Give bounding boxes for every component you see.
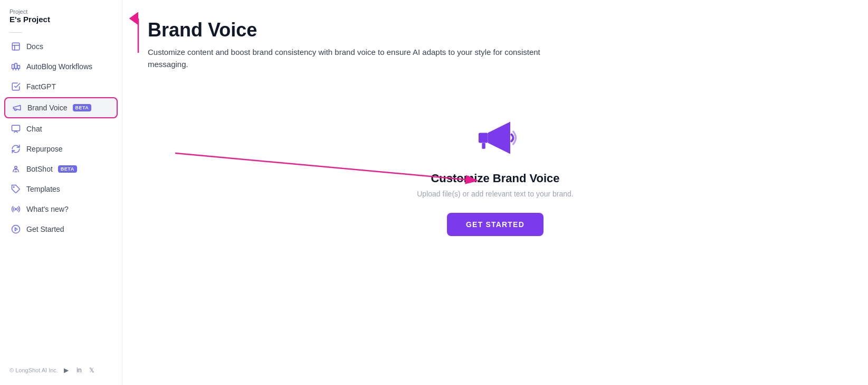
- botshot-icon: [11, 164, 21, 174]
- svg-rect-4: [15, 63, 17, 69]
- sidebar-item-templates-label: Templates: [26, 185, 60, 193]
- svg-rect-3: [12, 64, 15, 69]
- sidebar-item-chat[interactable]: Chat: [4, 119, 118, 138]
- sidebar-item-factgpt-label: FactGPT: [26, 82, 56, 91]
- sidebar-item-get-started-label: Get Started: [26, 225, 64, 233]
- sidebar-item-get-started[interactable]: Get Started: [4, 220, 118, 239]
- linkedin-icon[interactable]: in: [75, 366, 83, 374]
- sidebar-item-whats-new[interactable]: What's new?: [4, 200, 118, 219]
- brand-voice-megaphone-icon: [474, 117, 517, 159]
- sidebar-item-autoblog-label: AutoBlog Workflows: [26, 62, 92, 71]
- svg-marker-20: [488, 122, 510, 154]
- svg-rect-19: [479, 133, 488, 143]
- puzzle-icon: [11, 184, 21, 194]
- sidebar-item-chat-label: Chat: [26, 125, 42, 133]
- sidebar-item-brand-voice[interactable]: Brand Voice BETA: [4, 97, 118, 118]
- sidebar-item-docs-label: Docs: [26, 42, 43, 51]
- svg-point-11: [14, 187, 15, 188]
- svg-marker-14: [15, 228, 18, 231]
- sidebar-item-botshot[interactable]: BotShot BETA: [4, 159, 118, 179]
- sidebar-item-autoblog[interactable]: AutoBlog Workflows: [4, 57, 118, 76]
- sidebar-item-templates[interactable]: Templates: [4, 180, 118, 199]
- brand-voice-icon-wrapper: [474, 117, 517, 161]
- autoblog-icon: [11, 62, 21, 71]
- chat-icon: [11, 124, 21, 134]
- svg-rect-21: [482, 143, 485, 149]
- sidebar-item-botshot-label: BotShot: [26, 165, 53, 173]
- customize-brand-voice-subtitle: Upload file(s) or add relevant text to y…: [417, 190, 574, 198]
- center-content: Customize Brand Voice Upload file(s) or …: [148, 96, 843, 236]
- customize-brand-voice-title: Customize Brand Voice: [431, 172, 559, 185]
- megaphone-icon: [12, 103, 22, 112]
- sidebar-item-repurpose-label: Repurpose: [26, 145, 63, 153]
- project-name: E's Project: [9, 15, 112, 24]
- sidebar-item-brand-voice-label: Brand Voice: [27, 104, 68, 112]
- play-circle-icon: [11, 224, 21, 234]
- botshot-beta-badge: BETA: [58, 165, 77, 173]
- sidebar-footer: © LongShot AI Inc. ▶ in 𝕏: [0, 362, 122, 379]
- factgpt-icon: [11, 82, 21, 91]
- page-description: Customize content and boost brand consis…: [148, 46, 580, 70]
- svg-rect-5: [17, 65, 20, 69]
- docs-icon: [11, 42, 21, 51]
- sidebar: Project E's Project Docs AutoBlog Workfl…: [0, 0, 122, 385]
- sidebar-divider: [9, 32, 22, 33]
- sidebar-item-factgpt[interactable]: FactGPT: [4, 77, 118, 96]
- sidebar-nav: Docs AutoBlog Workflows FactGPT: [0, 37, 122, 360]
- get-started-button[interactable]: GET STARTED: [447, 213, 543, 236]
- sidebar-item-repurpose[interactable]: Repurpose: [4, 139, 118, 158]
- project-section: Project E's Project: [0, 0, 122, 29]
- main-content: Brand Voice Customize content and boost …: [122, 0, 868, 385]
- svg-rect-0: [12, 43, 20, 50]
- copyright-text: © LongShot AI Inc.: [9, 367, 58, 373]
- radio-icon: [11, 204, 21, 214]
- sidebar-item-whats-new-label: What's new?: [26, 205, 69, 213]
- brand-voice-beta-badge: BETA: [73, 104, 92, 111]
- svg-point-12: [15, 209, 17, 210]
- twitter-icon[interactable]: 𝕏: [88, 366, 96, 374]
- sidebar-item-docs[interactable]: Docs: [4, 37, 118, 56]
- youtube-icon[interactable]: ▶: [62, 366, 71, 374]
- svg-point-13: [12, 226, 20, 233]
- svg-rect-9: [12, 125, 20, 131]
- page-title: Brand Voice: [148, 19, 843, 41]
- repurpose-icon: [11, 144, 21, 154]
- project-label: Project: [9, 8, 112, 15]
